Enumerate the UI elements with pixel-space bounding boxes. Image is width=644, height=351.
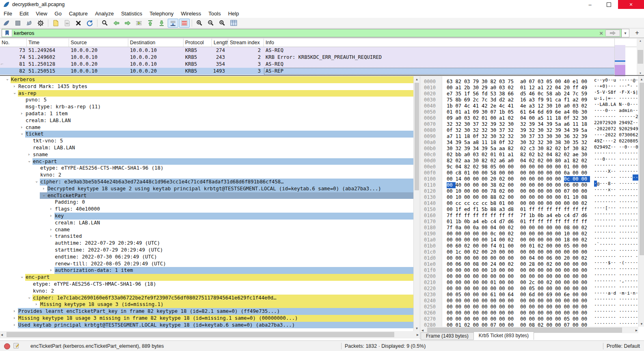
hex-ascii-char[interactable]: · [633, 278, 635, 284]
filter-bookmark-icon[interactable] [2, 30, 12, 37]
hex-ascii-char[interactable]: · [622, 95, 625, 101]
hex-ascii-char[interactable]: · [625, 278, 627, 284]
hex-ascii-char[interactable]: , [602, 95, 605, 101]
hex-ascii-char[interactable]: 9 [600, 144, 603, 150]
hex-ascii-char[interactable]: · [608, 284, 611, 290]
tree-row[interactable]: ›Missing keytype 18 usage 3 (id=missing.… [0, 301, 413, 308]
hex-ascii-char[interactable]: · [630, 193, 633, 199]
tree-row[interactable]: authtime: 2022-07-29 20:29:49 (UTC) [0, 240, 413, 247]
hex-ascii-char[interactable]: · [630, 266, 633, 272]
hex-ascii-char[interactable]: 2 [594, 120, 597, 126]
hex-ascii-char[interactable]: 5 [597, 89, 600, 95]
hex-ascii-char[interactable]: · [600, 114, 603, 120]
hex-ascii-char[interactable]: · [633, 181, 635, 187]
hex-ascii-char[interactable]: · [611, 217, 614, 223]
hex-ascii-char[interactable]: · [594, 314, 597, 321]
hex-ascii-char[interactable]: · [602, 302, 605, 308]
menu-capture[interactable]: Capture [65, 10, 91, 17]
hex-ascii-char[interactable]: · [635, 248, 638, 254]
hex-ascii-char[interactable]: · [619, 260, 622, 266]
tree-expander-icon[interactable]: › [47, 206, 54, 213]
pane-splitter[interactable] [0, 75, 644, 76]
hex-ascii-char[interactable]: · [635, 296, 638, 302]
hex-ascii-char[interactable]: · [627, 260, 630, 266]
hex-ascii-char[interactable]: · [622, 114, 625, 120]
hex-ascii-char[interactable]: · [619, 266, 622, 272]
hex-ascii-char[interactable]: · [622, 266, 625, 272]
hex-ascii-char[interactable]: · [602, 241, 605, 248]
hex-ascii-char[interactable]: · [635, 235, 638, 241]
hex-ascii-char[interactable]: · [600, 156, 603, 162]
hex-ascii-char[interactable]: · [633, 205, 635, 211]
hex-ascii-char[interactable]: · [594, 187, 597, 193]
hex-ascii-char[interactable]: · [633, 217, 635, 223]
hex-ascii-char[interactable]: · [633, 272, 635, 278]
hex-ascii-char[interactable]: 0 [625, 126, 627, 132]
hex-ascii-char[interactable]: · [597, 77, 600, 83]
hex-ascii-char[interactable]: · [627, 248, 630, 254]
hex-ascii-char[interactable]: · [619, 278, 622, 284]
packet-list-vertical-scrollbar[interactable]: ▴ ▾ [637, 39, 644, 75]
hex-ascii-char[interactable]: · [611, 241, 614, 248]
hex-ascii-char[interactable]: · [602, 296, 605, 302]
hex-ascii-char[interactable]: · [622, 321, 625, 327]
go-last-button[interactable] [156, 19, 167, 28]
tree-expander-icon[interactable]: › [47, 233, 54, 240]
hex-ascii-char[interactable]: 7 [611, 126, 614, 132]
hex-ascii-char[interactable]: · [611, 229, 614, 235]
tree-row[interactable]: Padding: 0 [0, 199, 413, 206]
hex-ascii-char[interactable]: · [602, 278, 605, 284]
hex-ascii-char[interactable]: · [622, 174, 625, 181]
bytes-tab[interactable]: Krb5 Ticket (893 bytes) [473, 332, 534, 340]
tree-row[interactable]: etype: eTYPE-AES256-CTS-HMAC-SHA1-96 (18… [0, 281, 413, 288]
hex-byte[interactable]: 00 [547, 322, 555, 327]
hex-ascii-char[interactable]: B [605, 101, 608, 108]
hex-ascii-char[interactable]: · [627, 217, 630, 223]
hex-ascii-char[interactable]: · [597, 83, 600, 89]
zoom-normal-icon[interactable] [217, 19, 227, 28]
hex-ascii-char[interactable]: 2 [605, 126, 608, 132]
hex-ascii-char[interactable]: · [611, 156, 614, 162]
hex-ascii-char[interactable]: · [611, 302, 614, 308]
display-filter-input[interactable] [12, 30, 597, 36]
tree-row[interactable]: ›cipher: e3e9ab3be5b544e24b6a3ed72a448c1… [0, 179, 413, 185]
hex-ascii-char[interactable]: · [619, 199, 622, 205]
hex-ascii-char[interactable]: · [608, 193, 611, 199]
hex-ascii-char[interactable]: · [633, 95, 635, 101]
hex-ascii-char[interactable]: · [619, 272, 622, 278]
hex-ascii-char[interactable]: 2 [611, 120, 614, 126]
scrollbar-thumb[interactable] [415, 83, 419, 190]
hex-ascii-char[interactable]: · [625, 260, 627, 266]
hex-ascii-char[interactable]: · [594, 89, 597, 95]
hex-ascii-char[interactable]: · [635, 260, 638, 266]
hex-ascii-char[interactable]: · [605, 174, 608, 181]
hex-ascii-char[interactable]: · [600, 229, 603, 235]
hex-ascii-char[interactable]: · [614, 321, 616, 327]
hex-ascii-char[interactable]: · [630, 321, 633, 327]
hex-ascii-char[interactable]: · [611, 199, 614, 205]
tree-expander-icon[interactable]: › [32, 301, 40, 308]
hex-ascii-char[interactable]: · [597, 314, 600, 321]
packet-row[interactable]: ⌐8151.25012810.0.0.2010.0.0.10KRB53543AS… [0, 61, 625, 68]
tree-row[interactable]: ›ticket [0, 131, 413, 138]
hex-ascii-char[interactable]: · [614, 95, 616, 101]
hex-ascii-char[interactable]: · [602, 162, 605, 168]
hex-byte[interactable]: 07 [564, 322, 573, 327]
hex-ascii-char[interactable]: · [594, 248, 597, 254]
hex-ascii-char[interactable]: · [627, 314, 630, 321]
hex-ascii-char[interactable]: · [625, 266, 627, 272]
hex-ascii-char[interactable]: 2 [625, 138, 627, 144]
hex-ascii-char[interactable]: 4 [602, 144, 605, 150]
tree-expander-icon[interactable]: › [11, 83, 18, 90]
hex-ascii-char[interactable]: · [608, 254, 611, 260]
hex-ascii-char[interactable]: · [614, 314, 616, 321]
hex-ascii-char[interactable]: · [630, 223, 633, 229]
hex-ascii-char[interactable]: · [625, 114, 627, 120]
scroll-up-icon[interactable]: ▴ [414, 76, 420, 82]
hex-ascii-char[interactable]: 9 [622, 120, 625, 126]
hex-ascii-char[interactable]: · [630, 77, 633, 83]
hex-ascii-char[interactable]: 0 [605, 108, 608, 114]
hex-ascii-char[interactable]: · [597, 108, 600, 114]
hex-ascii-char[interactable]: · [614, 162, 616, 168]
column-header-info[interactable]: Info [264, 39, 644, 47]
